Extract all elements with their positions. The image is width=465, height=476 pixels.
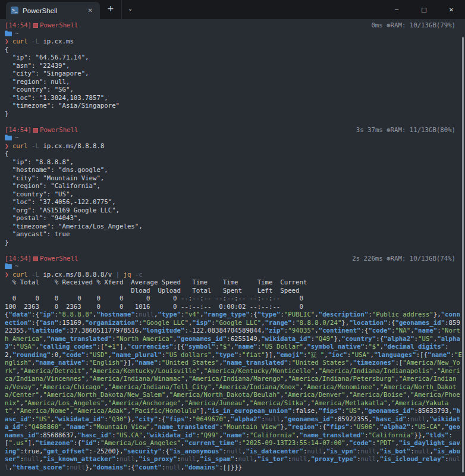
- command-arg: ip.cx.ms/8.8.8.8/v: [43, 271, 112, 278]
- terminal: [14:54]PowerShell0ms ⊛RAM: 10/13GB(79%) …: [0, 19, 465, 476]
- cwd-label: ~: [15, 30, 18, 37]
- folder-icon: [5, 263, 12, 269]
- powershell-glyph-icon: [33, 23, 38, 28]
- tab-dropdown-button[interactable]: ⌄: [121, 0, 139, 19]
- curl-progress-table: % Total % Received % Xferd Average Speed…: [5, 278, 465, 311]
- window-controls: ─ □ ✕: [383, 0, 465, 19]
- command-output: { "ip": "8.8.8.8", "hostname": "dns.goog…: [5, 150, 465, 246]
- prompt-icon: ❯: [5, 142, 8, 150]
- command-program: curl: [12, 142, 28, 150]
- command-line: ❯ curl -L ip.cx.ms/8.8.8.8/v | jq -c: [5, 271, 465, 279]
- resource-status: 0ms ⊛RAM: 10/13GB(79%): [371, 21, 455, 30]
- folder-icon: [5, 134, 12, 140]
- close-button[interactable]: ✕: [438, 0, 465, 19]
- resource-status: 3s 37ms ⊛RAM: 11/13GB(80%): [356, 126, 455, 134]
- command-program: curl: [12, 271, 28, 278]
- shell-name: PowerShell: [40, 255, 78, 262]
- prompt-icon: ❯: [5, 37, 8, 45]
- command-block-3: [14:54]PowerShell2s 226ms ⊛RAM: 10/13GB(…: [5, 255, 465, 472]
- prompt-header: [14:54]PowerShell2s 226ms ⊛RAM: 10/13GB(…: [5, 255, 465, 263]
- command-program: curl: [12, 37, 28, 45]
- command-line: ❯ curl -L ip.cx.ms: [5, 37, 465, 46]
- command-flag: -L: [32, 271, 39, 278]
- prompt-header: [14:54]PowerShell3s 37ms ⊛RAM: 11/13GB(8…: [5, 126, 465, 134]
- cwd-line: ~: [5, 262, 465, 271]
- command-flag: -L: [32, 37, 39, 45]
- title-bar: >_ PowerShell ✕ + ⌄ ─ □ ✕: [0, 0, 465, 19]
- command-arg: ip.cx.ms: [43, 37, 73, 45]
- command-program-2: jq: [124, 271, 131, 278]
- resource-status: 2s 226ms ⊛RAM: 10/13GB(74%): [352, 255, 455, 263]
- prompt-icon: ❯: [5, 271, 8, 278]
- cwd-line: ~: [5, 134, 465, 142]
- folder-icon: [5, 30, 12, 36]
- powershell-icon: >_: [11, 7, 18, 14]
- shell-name: PowerShell: [40, 21, 78, 29]
- cwd-line: ~: [5, 30, 465, 38]
- command-line: ❯ curl -L ip.cx.ms/8.8.8.8: [5, 142, 465, 151]
- new-tab-button[interactable]: +: [100, 0, 121, 19]
- command-block-1: [14:54]PowerShell0ms ⊛RAM: 10/13GB(79%) …: [5, 21, 465, 118]
- command-flag: -L: [32, 142, 39, 150]
- command-block-2: [14:54]PowerShell3s 37ms ⊛RAM: 11/13GB(8…: [5, 126, 465, 247]
- json-blob: {"data":{"ip":"8.8.8.8","hostname":null,…: [5, 311, 464, 471]
- command-arg: ip.cx.ms/8.8.8.8: [43, 142, 104, 150]
- prompt-header: [14:54]PowerShell0ms ⊛RAM: 10/13GB(79%): [5, 21, 465, 30]
- powershell-glyph-icon: [33, 128, 38, 133]
- cwd-label: ~: [15, 134, 18, 142]
- command-output: { "ip": "64.56.71.14", "asn": "22439", "…: [5, 46, 465, 118]
- timestamp: [14:54]: [5, 126, 32, 134]
- tab-title: PowerShell: [23, 7, 86, 14]
- tab-powershell[interactable]: >_ PowerShell ✕: [6, 2, 100, 19]
- scrollbar[interactable]: [462, 37, 464, 472]
- tab-close-icon[interactable]: ✕: [86, 6, 95, 15]
- maximize-button[interactable]: □: [410, 0, 438, 19]
- powershell-glyph-icon: [33, 256, 38, 261]
- pipe-separator: |: [116, 271, 120, 278]
- cwd-label: ~: [15, 262, 18, 270]
- timestamp: [14:54]: [5, 255, 32, 262]
- command-flag-2: -c: [135, 271, 143, 278]
- shell-name: PowerShell: [40, 126, 78, 134]
- timestamp: [14:54]: [5, 21, 32, 29]
- minimize-button[interactable]: ─: [383, 0, 410, 19]
